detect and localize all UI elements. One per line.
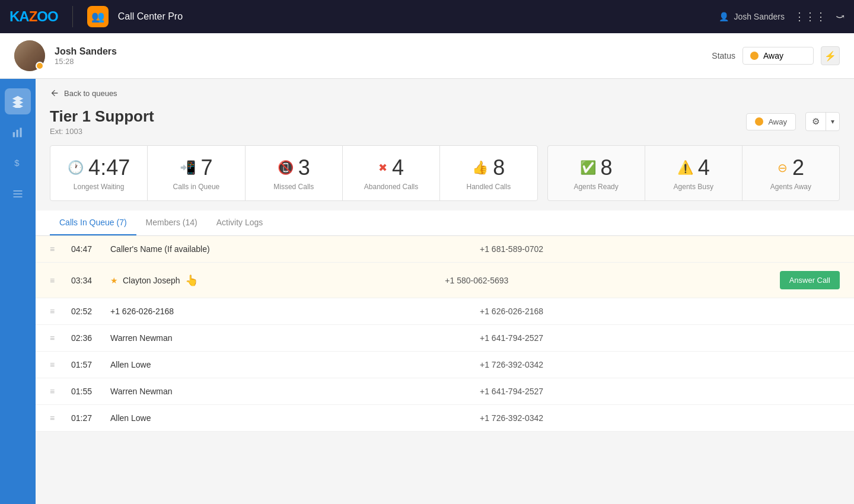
user-name: Josh Sanders xyxy=(55,46,702,57)
top-navigation: KAZOO 👥 Call Center Pro 👤 Josh Sanders ⋮… xyxy=(0,0,854,33)
drag-handle[interactable]: ≡ xyxy=(50,413,62,423)
abandoned-icon: ✖ xyxy=(378,161,387,174)
call-time: 02:36 xyxy=(71,333,101,343)
status-value: Away xyxy=(763,51,783,60)
sidebar-item-list[interactable] xyxy=(5,181,31,207)
stat-abandoned-calls: ✖ 4 Abandoned Calls xyxy=(343,146,440,200)
agents-ready-label: Agents Ready xyxy=(573,183,618,191)
nav-right: 👤 Josh Sanders ⋮⋮⋮ ⤻ xyxy=(719,10,845,23)
queue-table: ≡ 04:47 Caller's Name (If available) +1 … xyxy=(36,236,854,432)
drag-handle[interactable]: ≡ xyxy=(50,333,62,343)
nav-user[interactable]: 👤 Josh Sanders xyxy=(719,12,785,21)
logout-icon[interactable]: ⤻ xyxy=(836,10,845,23)
status-dropdown[interactable]: Away xyxy=(743,47,814,65)
star-icon: ★ xyxy=(110,276,118,285)
agents-away-value: 2 xyxy=(792,155,804,180)
handled-calls-value: 8 xyxy=(493,155,505,180)
stat-top: 🕐 4:47 xyxy=(68,155,130,180)
gear-icon[interactable]: ⚙ xyxy=(806,113,826,130)
settings-button[interactable]: ⚙ ▾ xyxy=(805,112,840,131)
abandoned-calls-label: Abandoned Calls xyxy=(364,183,418,191)
drag-handle[interactable]: ≡ xyxy=(50,276,62,285)
stat-missed-calls: 📵 3 Missed Calls xyxy=(246,146,343,200)
lightning-button[interactable]: ⚡ xyxy=(821,46,840,65)
call-time: 01:55 xyxy=(71,387,101,396)
stat-top: 📲 7 xyxy=(180,155,212,180)
caller-number: +1 580-062-5693 xyxy=(445,276,770,285)
away-icon: ⊖ xyxy=(777,161,788,175)
answer-call-button[interactable]: Answer Call xyxy=(780,271,840,289)
drag-handle[interactable]: ≡ xyxy=(50,387,62,396)
caller-name: Warren Newman xyxy=(110,387,470,396)
stats-row: 🕐 4:47 Longest Waiting 📲 7 Calls in Queu… xyxy=(50,145,840,201)
grid-icon[interactable]: ⋮⋮⋮ xyxy=(794,10,826,23)
app-icon: 👥 xyxy=(87,6,109,27)
table-row: ≡ 04:47 Caller's Name (If available) +1 … xyxy=(36,236,854,263)
stats-left: 🕐 4:47 Longest Waiting 📲 7 Calls in Queu… xyxy=(50,145,538,201)
check-circle-icon: ✅ xyxy=(580,160,596,176)
drag-handle[interactable]: ≡ xyxy=(50,244,62,254)
agents-away-label: Agents Away xyxy=(770,183,811,191)
drag-handle[interactable]: ≡ xyxy=(50,307,62,316)
back-to-queues[interactable]: Back to queues xyxy=(36,79,854,103)
person-icon: 👤 xyxy=(719,12,729,21)
longest-waiting-value: 4:47 xyxy=(88,155,130,180)
agents-busy-label: Agents Busy xyxy=(674,183,713,191)
queue-status-badge[interactable]: Away xyxy=(746,113,796,130)
main-content: Back to queues Tier 1 Support Ext: 1003 … xyxy=(36,79,854,504)
svg-rect-6 xyxy=(14,196,23,197)
tab-calls-in-queue[interactable]: Calls In Queue (7) xyxy=(50,210,136,235)
stat-top: 👍 8 xyxy=(472,155,505,180)
caller-name: ★ Clayton Joseph 👆 xyxy=(110,274,435,287)
handled-calls-label: Handled Calls xyxy=(466,183,511,191)
thumbsup-icon: 👍 xyxy=(472,160,488,176)
table-row: ≡ 01:55 Warren Newman +1 641-794-2527 xyxy=(36,378,854,405)
caller-number: +1 641-794-2527 xyxy=(480,387,840,396)
svg-text:$: $ xyxy=(14,158,20,168)
stat-top: ✖ 4 xyxy=(378,155,404,180)
svg-rect-5 xyxy=(14,193,23,194)
sidebar-item-layers[interactable] xyxy=(5,88,31,114)
agents-ready-value: 8 xyxy=(601,155,613,180)
drag-handle[interactable]: ≡ xyxy=(50,360,62,369)
nav-divider xyxy=(72,6,73,27)
stats-right: ✅ 8 Agents Ready ⚠️ 4 Agents Busy xyxy=(547,145,840,201)
user-info: Josh Sanders 15:28 xyxy=(55,46,702,66)
sidebar-item-chart[interactable] xyxy=(5,119,31,145)
tab-activity-logs[interactable]: Activity Logs xyxy=(207,210,273,235)
avatar-wrap xyxy=(14,40,45,71)
caret-icon[interactable]: ▾ xyxy=(826,114,839,129)
queue-title-wrap: Tier 1 Support Ext: 1003 xyxy=(50,107,737,136)
away-dot xyxy=(750,52,759,60)
stat-calls-in-queue: 📲 7 Calls in Queue xyxy=(148,146,245,200)
missed-calls-label: Missed Calls xyxy=(273,183,314,191)
svg-rect-0 xyxy=(13,132,15,137)
table-row: ≡ 01:57 Allen Lowe +1 726-392-0342 xyxy=(36,352,854,378)
user-time: 15:28 xyxy=(55,57,702,66)
sidebar-item-dollar[interactable]: $ xyxy=(5,150,31,176)
svg-rect-2 xyxy=(20,128,21,138)
call-time: 04:47 xyxy=(71,244,101,254)
caller-name: Allen Lowe xyxy=(110,360,470,369)
stat-longest-waiting: 🕐 4:47 Longest Waiting xyxy=(50,146,148,200)
stat-agents-ready: ✅ 8 Agents Ready xyxy=(548,146,645,200)
status-label: Status xyxy=(712,51,735,60)
calls-queue-value: 7 xyxy=(200,155,212,180)
tab-members[interactable]: Members (14) xyxy=(136,210,207,235)
call-time: 01:57 xyxy=(71,360,101,369)
stat-agents-busy: ⚠️ 4 Agents Busy xyxy=(645,146,743,200)
status-dot xyxy=(755,117,763,126)
caller-number: +1 726-392-0342 xyxy=(480,413,840,423)
calls-queue-label: Calls in Queue xyxy=(173,183,220,191)
back-icon xyxy=(50,88,59,98)
back-label: Back to queues xyxy=(64,89,117,98)
call-time: 02:52 xyxy=(71,307,101,316)
incoming-call-icon: 📲 xyxy=(180,160,196,176)
stats-cards-right: ✅ 8 Agents Ready ⚠️ 4 Agents Busy xyxy=(547,145,840,201)
longest-waiting-label: Longest Waiting xyxy=(74,183,125,191)
table-row: ≡ 02:52 +1 626-026-2168 +1 626-026-2168 xyxy=(36,298,854,325)
warning-icon: ⚠️ xyxy=(677,160,693,176)
stat-top: ⊖ 2 xyxy=(777,155,804,180)
call-time: 03:34 xyxy=(71,276,101,285)
tabs-bar: Calls In Queue (7) Members (14) Activity… xyxy=(36,210,854,236)
